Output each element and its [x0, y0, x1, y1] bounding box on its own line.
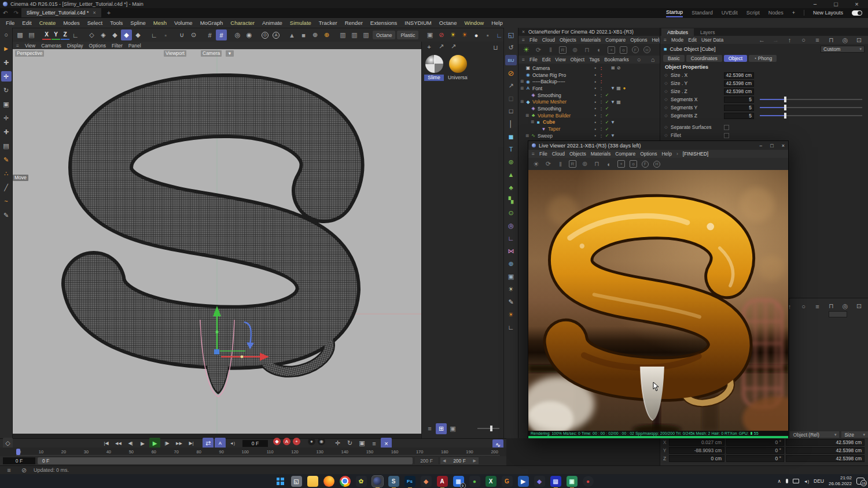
knife-icon[interactable]: ╱	[1, 182, 12, 193]
target-tag-icon[interactable]: ⊠	[610, 65, 616, 71]
scale-icon[interactable]: ▣	[1, 99, 12, 109]
menu-mograph[interactable]: MoGraph	[200, 20, 223, 26]
image-app-icon[interactable]: ▣	[567, 476, 578, 487]
layer-square-icon[interactable]: ▪	[593, 93, 598, 98]
start-button[interactable]	[275, 476, 286, 487]
hexagon-solid-icon[interactable]: ◆	[121, 29, 132, 40]
orange-sphere-icon[interactable]: ⊕	[321, 29, 332, 40]
blue-grid-app-icon[interactable]: ▦9	[453, 476, 464, 487]
maximize-icon[interactable]: □	[770, 143, 773, 149]
render-marked-icon[interactable]: ▥	[349, 29, 360, 40]
object-row-camera[interactable]: ▣Camera▪:⊠⊘	[518, 65, 660, 72]
octane-sun-icon[interactable]: ☀	[505, 309, 517, 320]
material-pen-icon[interactable]: ✎	[505, 297, 517, 307]
firefox-icon[interactable]	[323, 476, 334, 487]
rotation-field[interactable]: 0 °	[726, 447, 784, 454]
object-row-volume-builder[interactable]: ⊞♣Volume Builder▪:✓	[518, 112, 660, 119]
notification-icon[interactable]: 19	[856, 478, 865, 485]
spline-line-icon[interactable]: │	[505, 119, 517, 129]
autokey-icon[interactable]: A	[283, 438, 290, 445]
material-tag-icon[interactable]: ●	[621, 86, 627, 91]
value-field[interactable]: 42.5398 cm	[724, 72, 754, 79]
target-icon[interactable]: ◎	[840, 301, 851, 312]
octane-menu-cloud[interactable]: Cloud	[542, 37, 555, 43]
wire-sphere-icon[interactable]: ⊕	[310, 29, 321, 40]
display-tag-icon[interactable]: ▼	[610, 133, 616, 138]
menu-extensions[interactable]: Extensions	[370, 20, 397, 26]
cursor-move-icon[interactable]: ✛	[1, 113, 12, 123]
enable-dots-icon[interactable]: :	[598, 113, 604, 119]
enable-dots-icon[interactable]: :	[598, 133, 604, 139]
render-disabled-icon[interactable]: ⊘	[436, 29, 447, 40]
new-layouts-button[interactable]: New Layouts	[813, 10, 843, 16]
search-icon[interactable]: ○	[634, 54, 645, 65]
range-length-field[interactable]: 200 F	[415, 457, 438, 464]
cloner-icon[interactable]: ⊛	[505, 157, 517, 167]
restart-render-icon[interactable]: ⟳	[543, 158, 554, 169]
layout-toggle[interactable]	[852, 10, 862, 16]
value-field[interactable]: 5	[724, 113, 754, 119]
menu-volume[interactable]: Volume	[174, 20, 193, 26]
boolean-icon[interactable]: ▚	[505, 195, 517, 205]
add-layout-icon[interactable]: +	[792, 10, 795, 16]
lv-menu-materials[interactable]: Materials	[591, 151, 610, 157]
checker-tag-icon[interactable]: ▦	[616, 86, 621, 91]
object-row-font[interactable]: ⊞AFont▪:▼▦●	[518, 85, 660, 92]
state-check-icon[interactable]: ✓	[604, 93, 610, 98]
fracture-icon[interactable]: ▲	[505, 169, 517, 180]
material-size-slider[interactable]	[477, 428, 499, 429]
tweak-icon[interactable]: ✚	[1, 57, 12, 68]
om-menu-file[interactable]: File	[529, 57, 538, 62]
octane-menu-compare[interactable]: Compare	[605, 37, 626, 43]
snap-gear-icon[interactable]: ⊙	[188, 29, 199, 40]
layer-square-icon[interactable]: ▪	[593, 127, 598, 132]
layer-square-icon[interactable]: ▪	[593, 113, 598, 118]
popout-icon[interactable]: ⊡	[854, 301, 865, 312]
cone-icon[interactable]: ▲	[286, 29, 297, 40]
points-icon[interactable]: ∴	[1, 168, 12, 179]
layer-square-icon[interactable]: ▪	[593, 99, 598, 105]
om-menu-object[interactable]: Object	[571, 57, 585, 62]
axis-x-icon[interactable]: X	[42, 31, 51, 40]
record-key-icon[interactable]: ◆	[273, 438, 281, 445]
checkbox[interactable]	[724, 133, 729, 138]
metaball-icon[interactable]: ♣	[505, 182, 517, 193]
expand-icon[interactable]: ⊞	[520, 79, 525, 84]
record-app-icon[interactable]: ●	[583, 476, 594, 487]
lock-icon[interactable]: ⊓	[826, 301, 837, 312]
value-slider[interactable]	[760, 99, 862, 100]
om-menu-view[interactable]: View	[555, 57, 565, 62]
swirl-app-icon[interactable]: ✿	[356, 476, 367, 487]
node-link-icon[interactable]: ▪	[482, 29, 493, 40]
size-field[interactable]: 42.5398 cm	[786, 455, 865, 462]
display-icon[interactable]	[793, 479, 799, 483]
object-row-sweep[interactable]: ⊞∿Sweep▪:✓▼	[518, 132, 660, 139]
layer-square-icon[interactable]: ▪	[593, 65, 598, 71]
camera-chip[interactable]: Camera	[201, 50, 222, 57]
rotation-field[interactable]: 0 °	[726, 455, 784, 462]
object-row-volume-mesher[interactable]: ⊞◆Volume Mesher▪:✓▼▦	[518, 98, 660, 105]
enable-dots-icon[interactable]: :	[598, 119, 604, 125]
export-arrow-icon[interactable]: ↗	[505, 80, 517, 91]
display-tag-icon[interactable]: ▼	[610, 99, 616, 105]
lock-icon[interactable]: ⊓	[826, 35, 837, 46]
axis-z-icon[interactable]: Z	[61, 31, 69, 40]
key-target-icon[interactable]: ◉	[318, 438, 325, 445]
object-row-taper[interactable]: ▼Taper▪:✓	[518, 125, 660, 132]
layer-square-icon[interactable]: ▪	[593, 133, 598, 138]
marquee-icon[interactable]: ◻	[505, 93, 517, 103]
menu-help[interactable]: Help	[491, 20, 503, 26]
axis-y-icon[interactable]: Y	[52, 31, 60, 40]
enable-dots-icon[interactable]: :	[598, 106, 604, 112]
workplane-icon[interactable]: ▪	[160, 29, 171, 40]
enable-dots-icon[interactable]: :	[598, 65, 604, 71]
expand-icon[interactable]: ⊞	[520, 99, 525, 104]
null-axis-icon[interactable]: ∟	[505, 233, 517, 243]
explorer-icon[interactable]	[307, 476, 318, 487]
render-settings-icon[interactable]: ▥	[361, 29, 372, 40]
filter-icon[interactable]: ≡	[812, 301, 823, 312]
forbid-icon[interactable]: ⊘	[505, 68, 517, 78]
a-sphere-icon[interactable]: A	[273, 32, 279, 39]
menu-tracker[interactable]: Tracker	[319, 20, 337, 26]
tray-chevron-icon[interactable]: ∧	[778, 478, 781, 484]
